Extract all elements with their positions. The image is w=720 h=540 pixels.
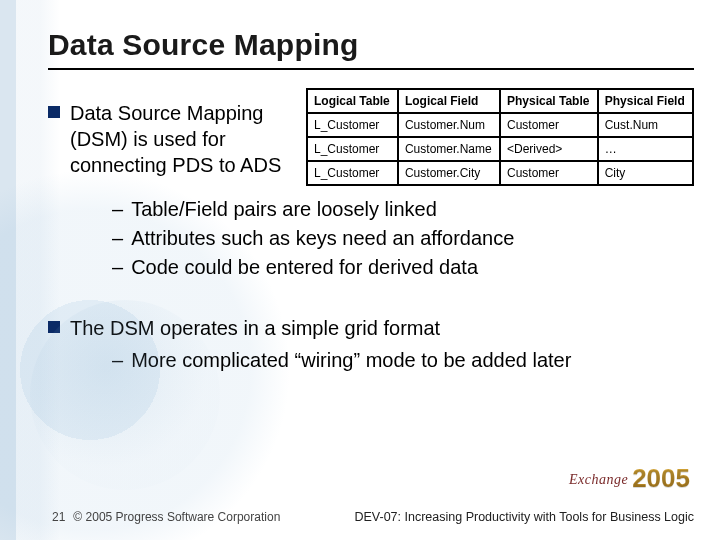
cell: Customer.Name (398, 137, 500, 161)
exchange-logo: Exchange 2005 (569, 463, 690, 494)
dash-icon: – (112, 254, 123, 281)
mapping-table-wrap: Logical Table Logical Field Physical Tab… (306, 100, 694, 186)
bullet-item: Data Source Mapping (DSM) is used for co… (48, 100, 292, 178)
sub-bullet-item: – Table/Field pairs are loosely linked (112, 196, 694, 223)
col-header: Physical Table (500, 89, 598, 113)
cell: Customer (500, 161, 598, 185)
cell: … (598, 137, 693, 161)
dash-icon: – (112, 225, 123, 252)
sub-bullet-item: – More complicated “wiring” mode to be a… (112, 347, 694, 374)
cell: Cust.Num (598, 113, 693, 137)
sub-bullet-list-2: – More complicated “wiring” mode to be a… (112, 347, 694, 374)
sub-bullet-text: Attributes such as keys need an affordan… (131, 225, 514, 252)
square-bullet-icon (48, 321, 60, 333)
logo-brand-text: Exchange (569, 472, 628, 488)
cell: L_Customer (307, 113, 398, 137)
sub-bullet-list-1: – Table/Field pairs are loosely linked –… (112, 196, 694, 281)
main-bullet-block-1: Data Source Mapping (DSM) is used for co… (48, 100, 292, 178)
sub-bullet-text: Code could be entered for derived data (131, 254, 478, 281)
cell: Customer.Num (398, 113, 500, 137)
cell: Customer.City (398, 161, 500, 185)
sub-bullet-text: More complicated “wiring” mode to be add… (131, 347, 571, 374)
bullet-text: The DSM operates in a simple grid format (70, 315, 440, 341)
slide-title: Data Source Mapping (48, 28, 694, 70)
sub-bullet-text: Table/Field pairs are loosely linked (131, 196, 437, 223)
cell: <Derived> (500, 137, 598, 161)
cell: L_Customer (307, 161, 398, 185)
slide: { "title": "Data Source Mapping", "main_… (0, 0, 720, 540)
col-header: Logical Field (398, 89, 500, 113)
page-number: 21 (52, 510, 65, 524)
table-row: L_Customer Customer.Num Customer Cust.Nu… (307, 113, 693, 137)
table-row: L_Customer Customer.City Customer City (307, 161, 693, 185)
main-bullet-block-2: The DSM operates in a simple grid format (48, 315, 694, 341)
session-title: DEV-07: Increasing Productivity with Too… (354, 510, 694, 524)
col-header: Logical Table (307, 89, 398, 113)
dash-icon: – (112, 347, 123, 374)
copyright-text: © 2005 Progress Software Corporation (73, 510, 280, 524)
sub-bullet-item: – Attributes such as keys need an afford… (112, 225, 694, 252)
content-row: Data Source Mapping (DSM) is used for co… (48, 100, 694, 186)
bullet-text: Data Source Mapping (DSM) is used for co… (70, 100, 292, 178)
logo-year-text: 2005 (632, 463, 690, 494)
sub-bullet-item: – Code could be entered for derived data (112, 254, 694, 281)
footer: 21 © 2005 Progress Software Corporation … (0, 510, 720, 524)
cell: Customer (500, 113, 598, 137)
col-header: Physical Field (598, 89, 693, 113)
dash-icon: – (112, 196, 123, 223)
cell: L_Customer (307, 137, 398, 161)
mapping-table: Logical Table Logical Field Physical Tab… (306, 88, 694, 186)
table-header-row: Logical Table Logical Field Physical Tab… (307, 89, 693, 113)
table-row: L_Customer Customer.Name <Derived> … (307, 137, 693, 161)
cell: City (598, 161, 693, 185)
square-bullet-icon (48, 106, 60, 118)
